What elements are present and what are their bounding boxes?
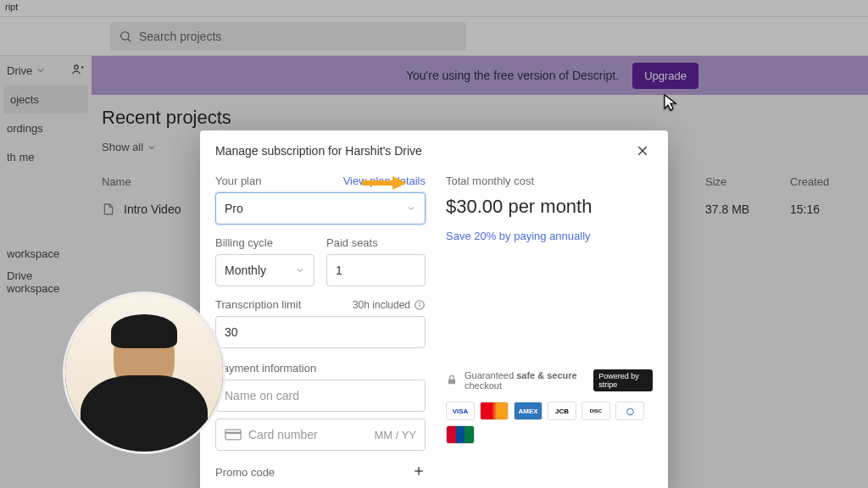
chevron-down-icon: [295, 265, 305, 275]
paid-seats-label: Paid seats: [326, 236, 426, 249]
svg-rect-14: [448, 379, 455, 384]
svg-marker-16: [392, 176, 407, 190]
transcription-limit-input[interactable]: 30: [215, 316, 426, 348]
close-icon[interactable]: [632, 141, 653, 161]
save-annual-link[interactable]: Save 20% by paying annually: [446, 230, 591, 242]
transcription-included: 30h included: [353, 299, 410, 311]
svg-point-9: [420, 302, 420, 303]
svg-rect-11: [225, 432, 241, 435]
billing-cycle-label: Billing cycle: [215, 236, 314, 249]
payment-info-label: Payment information: [215, 362, 426, 374]
chevron-down-icon: [406, 203, 416, 214]
promo-code-label: Promo code: [215, 466, 275, 479]
price: $30.00 per month: [446, 196, 653, 218]
presenter-avatar: [63, 291, 225, 454]
credit-card-icon: [225, 429, 242, 441]
jcb-icon: JCB: [548, 402, 576, 420]
billing-cycle-select[interactable]: Monthly: [215, 254, 314, 286]
stripe-badge: Powered by stripe: [593, 369, 653, 391]
guarantee-row: Guaranteed safe & secure checkout Powere…: [446, 369, 653, 391]
amex-icon: AMEX: [514, 402, 542, 420]
transcription-limit-label: Transcription limit: [215, 298, 301, 311]
mastercard-icon: [480, 402, 509, 420]
diners-icon: ◯: [615, 402, 644, 420]
total-cost-label: Total monthly cost: [446, 175, 653, 187]
card-number-input[interactable]: Card number MM / YY: [215, 419, 426, 451]
name-on-card-input[interactable]: Name on card: [215, 380, 426, 412]
subscription-modal: Manage subscription for Harshit's Drive …: [200, 130, 668, 488]
modal-title: Manage subscription for Harshit's Drive: [215, 144, 422, 158]
mouse-cursor: [663, 93, 678, 115]
paid-seats-input[interactable]: 1: [326, 254, 426, 286]
visa-icon: VISA: [446, 402, 475, 420]
add-promo-icon[interactable]: [412, 464, 426, 480]
info-icon[interactable]: [414, 299, 426, 311]
payment-cards: VISA AMEX JCB DISC ◯: [446, 402, 653, 444]
lock-icon: [446, 374, 458, 387]
card-expiry: MM / YY: [374, 429, 416, 441]
svg-rect-10: [225, 430, 241, 440]
your-plan-label: Your plan: [215, 175, 261, 187]
discover-icon: DISC: [581, 402, 610, 420]
plan-select[interactable]: Pro: [215, 192, 426, 225]
unionpay-icon: [446, 425, 475, 444]
annotation-arrow: [360, 175, 408, 191]
